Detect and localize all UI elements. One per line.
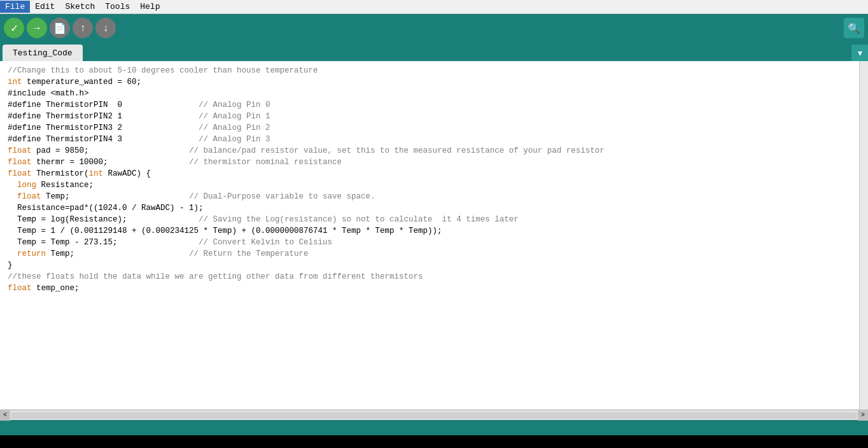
- code-line: #define ThermistorPIN2 1 // Analog Pin 1: [5, 111, 855, 122]
- scroll-left-button[interactable]: <: [0, 410, 10, 421]
- menu-tools[interactable]: Tools: [100, 1, 135, 13]
- code-line: float thermr = 10000; // thermistor nomi…: [5, 157, 855, 168]
- code-line: }: [5, 260, 855, 271]
- search-button[interactable]: 🔍: [844, 18, 864, 38]
- code-line: float Temp; // Dual-Purpose variable to …: [5, 191, 855, 202]
- code-line: #define ThermistorPIN3 2 // Analog Pin 2: [5, 122, 855, 134]
- upload-button[interactable]: →: [27, 18, 47, 38]
- open-button[interactable]: ↑: [73, 18, 93, 38]
- code-line: float temp_one;: [5, 283, 855, 294]
- menu-bar: File Edit Sketch Tools Help: [0, 0, 868, 14]
- code-line: //these floats hold the data while we ar…: [5, 271, 855, 283]
- tab-label: Testing_Code: [13, 48, 73, 58]
- scroll-right-button[interactable]: >: [858, 410, 868, 421]
- code-content: //Change this to about 5-10 degrees cool…: [3, 64, 868, 295]
- verify-button[interactable]: ✓: [4, 18, 24, 38]
- code-line: float pad = 9850; // balance/pad resisto…: [5, 145, 855, 157]
- code-editor[interactable]: //Change this to about 5-10 degrees cool…: [0, 61, 868, 410]
- code-line: //Change this to about 5-10 degrees cool…: [5, 65, 855, 76]
- console-area: [0, 435, 868, 448]
- vertical-scrollbar[interactable]: [859, 61, 868, 409]
- code-line: return Temp; // Return the Temperature: [5, 248, 855, 260]
- code-line: #define ThermistorPIN4 3 // Analog Pin 3: [5, 134, 855, 145]
- code-line: Temp = log(Resistance); // Saving the Lo…: [5, 214, 855, 225]
- new-button[interactable]: 📄: [50, 18, 70, 38]
- code-line: long Resistance;: [5, 179, 855, 191]
- code-line: Temp = Temp - 273.15; // Convert Kelvin …: [5, 237, 855, 248]
- menu-sketch[interactable]: Sketch: [60, 1, 100, 13]
- code-line: Temp = 1 / (0.001129148 + (0.000234125 *…: [5, 225, 855, 237]
- save-button[interactable]: ↓: [95, 18, 116, 38]
- horizontal-scrollbar[interactable]: < >: [0, 410, 868, 420]
- tab-dropdown-button[interactable]: ▾: [851, 45, 868, 61]
- output-area: [0, 420, 868, 435]
- code-line: int temperature_wanted = 60;: [5, 76, 855, 88]
- menu-edit[interactable]: Edit: [30, 1, 60, 13]
- code-line: #define ThermistorPIN 0 // Analog Pin 0: [5, 99, 855, 111]
- code-line: float Thermistor(int RawADC) {: [5, 168, 855, 179]
- menu-help[interactable]: Help: [135, 1, 165, 13]
- scroll-track[interactable]: [11, 412, 857, 419]
- tab-bar: Testing_Code ▾: [0, 42, 868, 61]
- toolbar: ✓ → 📄 ↑ ↓ 🔍: [0, 14, 868, 42]
- code-line: #include <math.h>: [5, 88, 855, 99]
- chevron-down-icon: ▾: [858, 48, 862, 58]
- tab-testing-code[interactable]: Testing_Code: [3, 45, 83, 61]
- menu-file[interactable]: File: [0, 1, 30, 13]
- code-line: Resistance=pad*((1024.0 / RawADC) - 1);: [5, 202, 855, 214]
